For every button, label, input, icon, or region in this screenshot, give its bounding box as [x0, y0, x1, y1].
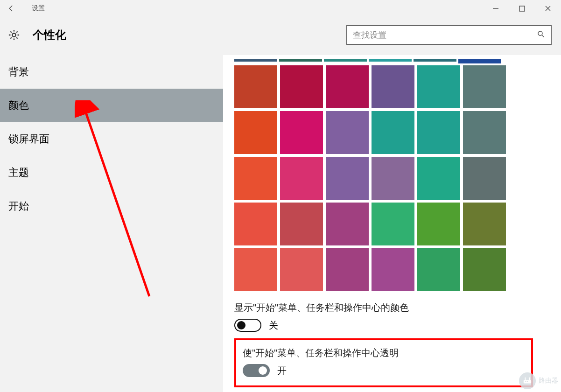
maximize-button[interactable] [509, 0, 535, 17]
sidebar-item-3[interactable]: 主题 [0, 156, 223, 189]
header: 个性化 查找设置 [0, 17, 561, 55]
color-swatch[interactable] [372, 248, 414, 291]
content-panel: 显示"开始"菜单、任务栏和操作中心的颜色 关 使"开始"菜单、任务栏和操作中心透… [223, 55, 561, 392]
color-swatch[interactable] [372, 65, 414, 108]
color-swatch[interactable] [417, 65, 460, 108]
search-placeholder: 查找设置 [353, 29, 537, 41]
page-title: 个性化 [33, 28, 66, 42]
sidebar-item-label: 开始 [8, 199, 29, 213]
setting-transparency-label: 使"开始"菜单、任务栏和操作中心透明 [243, 347, 524, 359]
minimize-button[interactable] [483, 0, 509, 17]
color-swatch[interactable] [234, 157, 277, 200]
strip-seg [458, 59, 501, 63]
sidebar-item-0[interactable]: 背景 [0, 55, 223, 89]
close-button[interactable] [535, 0, 561, 17]
color-swatch[interactable] [417, 203, 460, 245]
svg-point-4 [12, 33, 15, 36]
sidebar-item-label: 颜色 [8, 98, 29, 112]
svg-point-9 [525, 381, 526, 382]
watermark-text: 路由器 [539, 377, 558, 385]
svg-point-5 [538, 31, 542, 35]
strip-seg [279, 59, 322, 62]
color-swatch[interactable] [280, 157, 323, 200]
setting-show-color: 显示"开始"菜单、任务栏和操作中心的颜色 关 [234, 301, 556, 332]
search-icon [537, 30, 545, 41]
sidebar-item-label: 锁屏界面 [8, 132, 49, 146]
setting-show-color-label: 显示"开始"菜单、任务栏和操作中心的颜色 [234, 301, 556, 314]
sidebar-item-label: 背景 [8, 65, 29, 79]
sidebar: 背景颜色锁屏界面主题开始 [0, 55, 223, 392]
color-swatch[interactable] [280, 248, 323, 291]
toggle-show-color-state: 关 [269, 319, 278, 332]
back-button[interactable] [0, 0, 22, 17]
color-swatch[interactable] [463, 65, 506, 108]
color-swatch[interactable] [280, 203, 323, 245]
color-swatch[interactable] [417, 111, 460, 154]
color-swatch[interactable] [417, 157, 460, 200]
toggle-show-color[interactable] [234, 319, 261, 332]
color-swatch[interactable] [326, 111, 369, 154]
color-swatch[interactable] [280, 65, 323, 108]
color-swatch[interactable] [463, 111, 506, 154]
toggle-transparency-state: 开 [277, 364, 287, 377]
sidebar-item-2[interactable]: 锁屏界面 [0, 122, 223, 156]
gear-icon [7, 28, 21, 42]
strip-seg [414, 59, 456, 62]
color-top-strip [234, 59, 556, 63]
color-swatch[interactable] [463, 203, 506, 245]
color-grid [234, 65, 556, 291]
color-swatch[interactable] [463, 157, 506, 200]
color-swatch[interactable] [326, 203, 369, 245]
strip-seg [234, 59, 277, 62]
annotation-highlight-box: 使"开始"菜单、任务栏和操作中心透明 开 [234, 338, 533, 387]
watermark: 路由器 [519, 372, 558, 389]
sidebar-item-1[interactable]: 颜色 [0, 89, 223, 122]
svg-line-6 [542, 35, 544, 37]
svg-rect-1 [519, 6, 525, 11]
color-swatch[interactable] [234, 111, 277, 154]
color-swatch[interactable] [234, 248, 277, 291]
color-swatch[interactable] [372, 157, 414, 200]
titlebar: 设置 [0, 0, 561, 17]
color-swatch[interactable] [326, 65, 369, 108]
color-swatch[interactable] [326, 248, 369, 291]
strip-seg [324, 59, 367, 62]
strip-seg [369, 59, 412, 62]
window-controls [483, 0, 561, 17]
toggle-transparency[interactable] [243, 364, 270, 377]
color-swatch[interactable] [372, 203, 414, 245]
color-swatch[interactable] [234, 65, 277, 108]
svg-point-10 [527, 381, 528, 382]
sidebar-item-4[interactable]: 开始 [0, 189, 223, 223]
color-swatch[interactable] [372, 111, 414, 154]
color-swatch[interactable] [463, 248, 506, 291]
color-swatch[interactable] [234, 203, 277, 245]
sidebar-item-label: 主题 [8, 166, 29, 180]
color-swatch[interactable] [326, 157, 369, 200]
watermark-icon [519, 372, 536, 389]
search-input[interactable]: 查找设置 [346, 25, 552, 45]
window-title: 设置 [32, 4, 45, 13]
color-swatch[interactable] [417, 248, 460, 291]
color-swatch[interactable] [280, 111, 323, 154]
